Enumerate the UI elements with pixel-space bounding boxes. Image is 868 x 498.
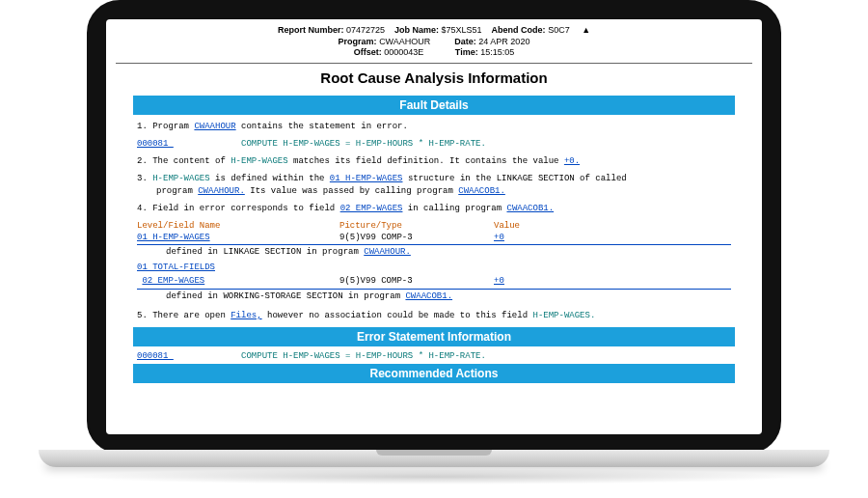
laptop-base xyxy=(39,450,829,467)
program-label: Program: xyxy=(339,37,377,46)
n5-field: H-EMP-WAGES. xyxy=(532,311,595,320)
th-value: Value xyxy=(494,220,610,232)
n3-field: H-EMP-WAGES xyxy=(152,174,209,183)
n3-struct-link[interactable]: 01 H-EMP-WAGES xyxy=(330,174,403,183)
r1-val-link[interactable]: +0 xyxy=(494,233,504,242)
date-label: Date: xyxy=(454,37,476,46)
time-value: 15:15:05 xyxy=(480,47,514,59)
laptop-frame: Report Number: 07472725 Job Name: $75XLS… xyxy=(87,0,781,454)
err-stmt-text: COMPUTE H-EMP-WAGES = H-EMP-HOURS * H-EM… xyxy=(241,351,486,361)
n3-text-d: program xyxy=(156,186,198,196)
offset-value: 0000043E xyxy=(384,47,423,59)
error-stmt-body: 000081 COMPUTE H-EMP-WAGES = H-EMP-HOURS… xyxy=(137,350,731,362)
th-picture: Picture/Type xyxy=(339,220,494,232)
section-fault-details: Fault Details xyxy=(133,96,735,115)
n4-prog-link[interactable]: CWAACOB1. xyxy=(506,204,554,213)
header-divider xyxy=(116,63,752,64)
r1-sub-link[interactable]: CWAAHOUR. xyxy=(364,247,411,257)
n3-text-e: Its value was passed by calling program xyxy=(245,186,458,196)
files-link[interactable]: Files, xyxy=(231,311,261,320)
r1-sub-text: defined in LINKAGE SECTION in program xyxy=(166,247,364,257)
n2-text-b: matches its field definition. It contain… xyxy=(288,156,564,166)
stmt-line-link[interactable]: 000081 xyxy=(137,139,174,149)
table-row: 01 H-EMP-WAGES 9(5)V99 COMP-3 +0 xyxy=(137,232,731,245)
r3-sub-link[interactable]: CWAACOB1. xyxy=(405,291,452,301)
date-value: 24 APR 2020 xyxy=(478,37,529,48)
r3-val-link[interactable]: +0 xyxy=(494,276,504,286)
r2-name-link[interactable]: 01 TOTAL-FIELDS xyxy=(137,263,215,272)
n4-text-b: in calling program xyxy=(402,204,506,213)
n4-field-link[interactable]: 02 EMP-WAGES xyxy=(340,204,403,213)
report-header: Report Number: 07472725 Job Name: $75XLS… xyxy=(116,25,752,59)
n2-field: H-EMP-WAGES xyxy=(231,156,287,166)
section-error-statement: Error Statement Information xyxy=(133,327,735,346)
page-title: Root Cause Analysis Information xyxy=(116,69,752,86)
up-arrow-icon: ▲ xyxy=(582,25,590,37)
n3-text-a: 3. xyxy=(137,174,152,183)
table-row: 02 EMP-WAGES 9(5)V99 COMP-3 +0 xyxy=(137,275,731,289)
n1-text-b: contains the statement in error. xyxy=(236,122,408,131)
field-table-header: Level/Field Name Picture/Type Value xyxy=(137,220,731,232)
n2-text-a: 2. The content of xyxy=(137,156,231,166)
n3-text-b: is defined within the xyxy=(210,174,330,183)
section-recommended-actions: Recommended Actions xyxy=(133,364,735,383)
abend-code-value: S0C7 xyxy=(548,25,570,37)
n3-text-c: structure in the LINKAGE SECTION of call… xyxy=(402,174,626,183)
n3-prog2-link[interactable]: CWAACOB1. xyxy=(458,186,505,196)
program-link-cwaahour[interactable]: CWAAHOUR xyxy=(194,122,235,131)
time-label: Time: xyxy=(455,47,478,57)
r1-sub: defined in LINKAGE SECTION in program CW… xyxy=(137,246,731,258)
table-row: 01 TOTAL-FIELDS xyxy=(137,262,731,274)
th-field-name: Level/Field Name xyxy=(137,220,339,232)
job-name-label: Job Name: xyxy=(394,25,439,35)
r1-name-link[interactable]: 01 H-EMP-WAGES xyxy=(137,233,210,242)
n2-value-link[interactable]: +0. xyxy=(564,156,580,166)
n1-text-a: 1. Program xyxy=(137,122,194,131)
fault-details-body: 1. Program CWAAHOUR contains the stateme… xyxy=(137,121,731,321)
err-line-link[interactable]: 000081 xyxy=(137,351,174,361)
stmt-text: COMPUTE H-EMP-WAGES = H-EMP-HOURS * H-EM… xyxy=(241,139,486,149)
r3-pic: 9(5)V99 COMP-3 xyxy=(339,275,494,287)
r3-sub: defined in WORKING-STORAGE SECTION in pr… xyxy=(137,290,731,302)
abend-code-label: Abend Code: xyxy=(492,25,546,35)
n4-text-a: 4. Field in error corresponds to field xyxy=(137,204,340,213)
offset-label: Offset: xyxy=(354,47,382,57)
n5-text-a: 5. There are open xyxy=(137,311,231,320)
n5-text-b: however no association could be made to … xyxy=(262,311,533,320)
screen: Report Number: 07472725 Job Name: $75XLS… xyxy=(106,19,762,434)
report-number-value: 07472725 xyxy=(346,25,385,37)
job-name-value: $75XLS51 xyxy=(442,25,482,37)
n3-prog1-link[interactable]: CWAAHOUR. xyxy=(198,186,245,196)
laptop-shadow xyxy=(68,469,800,484)
r3-sub-text: defined in WORKING-STORAGE SECTION in pr… xyxy=(166,291,405,301)
program-value: CWAAHOUR xyxy=(379,37,430,48)
r1-pic: 9(5)V99 COMP-3 xyxy=(339,232,494,243)
report-number-label: Report Number: xyxy=(278,25,344,35)
report-content: Report Number: 07472725 Job Name: $75XLS… xyxy=(106,19,762,383)
r3-name-link[interactable]: 02 EMP-WAGES xyxy=(142,276,204,286)
